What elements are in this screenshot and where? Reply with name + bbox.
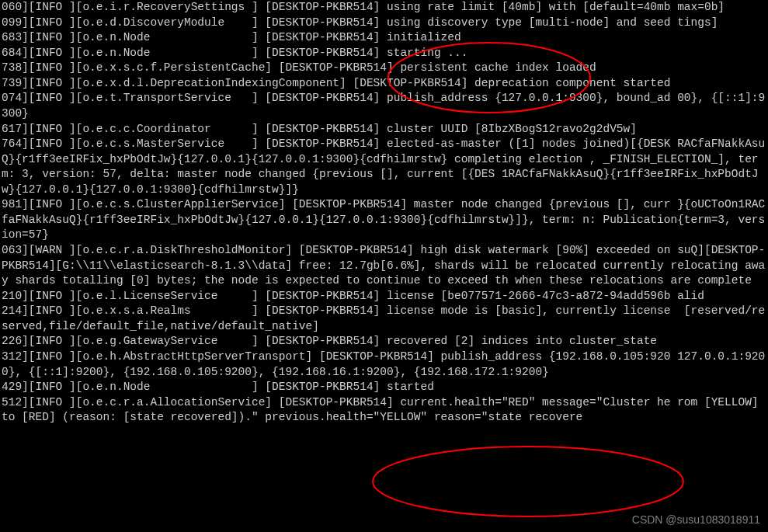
- log-line: 099][INFO ][o.e.d.DiscoveryModule ] [DES…: [2, 16, 766, 31]
- terminal-output: 060][INFO ][o.e.i.r.RecoverySettings ] […: [0, 0, 768, 426]
- log-line: 981][INFO ][o.e.c.s.ClusterApplierServic…: [2, 197, 766, 243]
- log-line: 060][INFO ][o.e.i.r.RecoverySettings ] […: [2, 0, 766, 16]
- log-line: 683][INFO ][o.e.n.Node ] [DESKTOP-PKBR51…: [2, 30, 766, 46]
- log-line: 429][INFO ][o.e.n.Node ] [DESKTOP-PKBR51…: [2, 380, 766, 395]
- log-line: 312][INFO ][o.e.h.AbstractHttpServerTran…: [2, 349, 766, 380]
- log-line: 684][INFO ][o.e.n.Node ] [DESKTOP-PKBR51…: [2, 46, 766, 61]
- log-line: 226][INFO ][o.e.g.GatewayService ] [DESK…: [2, 334, 766, 349]
- log-line: 738][INFO ][o.e.x.s.c.f.PersistentCache]…: [2, 61, 766, 76]
- log-line: 210][INFO ][o.e.l.LicenseService ] [DESK…: [2, 289, 766, 304]
- red-circle-bottom: [373, 447, 683, 516]
- log-line: 063][WARN ][o.e.c.r.a.DiskThresholdMonit…: [2, 243, 766, 289]
- watermark: CSDN @susu1083018911: [632, 513, 760, 527]
- log-line: 764][INFO ][o.e.c.s.MasterService ] [DES…: [2, 137, 766, 197]
- log-line: 512][INFO ][o.e.c.r.a.AllocationService]…: [2, 395, 766, 426]
- log-line: 214][INFO ][o.e.x.s.a.Realms ] [DESKTOP-…: [2, 304, 766, 334]
- log-line: 617][INFO ][o.e.c.c.Coordinator ] [DESKT…: [2, 122, 766, 137]
- log-line: 739][INFO ][o.e.x.d.l.DeprecationIndexin…: [2, 76, 766, 92]
- log-line: 074][INFO ][o.e.t.TransportService ] [DE…: [2, 91, 766, 121]
